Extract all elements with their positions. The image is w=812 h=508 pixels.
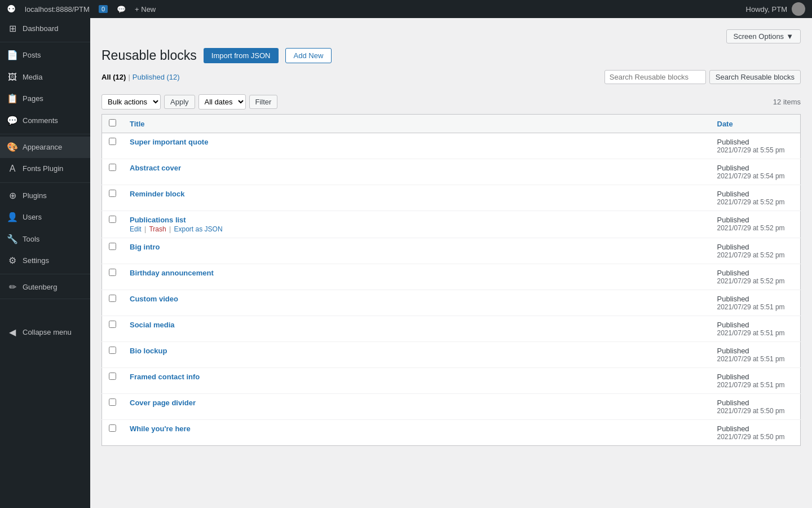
- wp-logo-icon[interactable]: ⚉: [7, 3, 16, 15]
- row-date: 2021/07/29 at 5:52 pm: [717, 198, 794, 206]
- row-title-link[interactable]: Bio lockup: [130, 347, 167, 355]
- comments-count[interactable]: 0: [99, 5, 108, 13]
- sidebar-item-settings[interactable]: ⚙ Settings: [0, 250, 90, 271]
- row-date: 2021/07/29 at 5:52 pm: [717, 277, 794, 285]
- all-dates-select[interactable]: All dates: [198, 94, 246, 110]
- row-title-link[interactable]: Reminder block: [130, 190, 185, 198]
- row-title-link[interactable]: Social media: [130, 321, 174, 329]
- row-checkbox[interactable]: [109, 347, 116, 354]
- sidebar-item-label-pages: Pages: [23, 94, 43, 104]
- page-heading: Reusable blocks Import from JSON Add New: [102, 48, 801, 63]
- row-checkbox[interactable]: [109, 216, 116, 223]
- import-from-json-button[interactable]: Import from JSON: [204, 48, 279, 63]
- table-row: Custom videoPublished2021/07/29 at 5:51 …: [102, 290, 801, 316]
- col-header-title[interactable]: Title: [123, 115, 710, 133]
- collapse-menu[interactable]: ◀ Collapse menu: [0, 322, 90, 343]
- row-title-cell: Publications listEdit | Trash | Export a…: [123, 211, 710, 238]
- row-title-link[interactable]: Cover page divider: [130, 398, 196, 407]
- row-date-cell: Published2021/07/29 at 5:52 pm: [710, 211, 801, 238]
- sidebar-item-gutenberg[interactable]: ✏ Gutenberg: [0, 277, 90, 298]
- row-action-trash[interactable]: Trash: [149, 225, 166, 233]
- row-title-cell: Custom video: [123, 290, 710, 316]
- row-status: Published: [717, 398, 794, 407]
- adminbar-comment-icon[interactable]: 💬: [117, 5, 126, 14]
- row-date: 2021/07/29 at 5:54 pm: [717, 172, 794, 180]
- row-title-link[interactable]: Abstract cover: [130, 164, 181, 172]
- table-row: Social mediaPublished2021/07/29 at 5:51 …: [102, 316, 801, 342]
- sidebar-item-label-fonts-plugin: Fonts Plugin: [23, 164, 63, 174]
- row-checkbox[interactable]: [109, 321, 116, 328]
- row-title-link[interactable]: Birthday announcement: [130, 269, 214, 277]
- table-row: Birthday announcementPublished2021/07/29…: [102, 264, 801, 290]
- sidebar-item-dashboard[interactable]: ⊞ Dashboard: [0, 18, 90, 40]
- search-bar: Search Reusable blocks: [604, 70, 801, 84]
- filter-all-link[interactable]: All (12): [102, 73, 126, 81]
- row-title-link[interactable]: Custom video: [130, 295, 178, 303]
- col-header-date[interactable]: Date: [710, 115, 801, 133]
- table-row: Big introPublished2021/07/29 at 5:52 pm: [102, 238, 801, 264]
- howdy-text: Howdy, PTM: [746, 5, 787, 14]
- reusable-blocks-table: Title Date Super important quotePublishe…: [102, 114, 801, 446]
- search-reusable-blocks-button[interactable]: Search Reusable blocks: [709, 70, 801, 84]
- sidebar-item-comments[interactable]: 💬 Comments: [0, 110, 90, 132]
- select-all-checkbox[interactable]: [109, 119, 116, 126]
- row-status: Published: [717, 373, 794, 381]
- row-action-export[interactable]: Export as JSON: [174, 225, 223, 233]
- row-title-link[interactable]: While you're here: [130, 424, 191, 433]
- row-checkbox[interactable]: [109, 164, 116, 171]
- sidebar-item-label-tools: Tools: [23, 234, 39, 244]
- sidebar-item-fonts-plugin[interactable]: A Fonts Plugin: [0, 158, 90, 179]
- row-status: Published: [717, 216, 794, 224]
- search-input[interactable]: [604, 70, 706, 84]
- row-title-cell: Cover page divider: [123, 394, 710, 420]
- row-checkbox[interactable]: [109, 138, 116, 145]
- site-url[interactable]: localhost:8888/PTM: [25, 5, 90, 14]
- filter-published-link[interactable]: Published (12): [133, 73, 180, 81]
- sidebar-item-pages[interactable]: 📋 Pages: [0, 88, 90, 110]
- chevron-down-icon: ▼: [786, 32, 793, 41]
- filter-button[interactable]: Filter: [249, 95, 278, 109]
- sidebar-item-plugins[interactable]: ⊕ Plugins: [0, 185, 90, 207]
- row-action-edit[interactable]: Edit: [130, 225, 142, 233]
- row-checkbox[interactable]: [109, 243, 116, 250]
- appearance-icon: 🎨: [7, 141, 18, 154]
- row-title-link[interactable]: Publications list: [130, 216, 186, 224]
- sidebar-item-label-users: Users: [23, 212, 42, 222]
- row-title-cell: Framed contact info: [123, 368, 710, 394]
- row-checkbox-cell: [102, 316, 123, 342]
- row-title-link[interactable]: Framed contact info: [130, 373, 200, 381]
- collapse-label: Collapse menu: [23, 327, 72, 338]
- sidebar-item-appearance[interactable]: 🎨 Appearance: [0, 137, 90, 158]
- sidebar-item-posts[interactable]: 📄 Posts: [0, 45, 90, 66]
- row-checkbox[interactable]: [109, 424, 116, 432]
- row-title-cell: Social media: [123, 316, 710, 342]
- row-checkbox[interactable]: [109, 190, 116, 197]
- row-checkbox[interactable]: [109, 269, 116, 276]
- row-checkbox[interactable]: [109, 398, 116, 406]
- row-date-cell: Published2021/07/29 at 5:51 pm: [710, 368, 801, 394]
- screen-options-button[interactable]: Screen Options ▼: [726, 29, 801, 43]
- sidebar-item-tools[interactable]: 🔧 Tools: [0, 229, 90, 250]
- row-checkbox-cell: [102, 238, 123, 264]
- row-checkbox[interactable]: [109, 373, 116, 380]
- row-date: 2021/07/29 at 5:50 pm: [717, 433, 794, 441]
- adminbar-new-item[interactable]: + New: [135, 5, 156, 14]
- table-row: Publications listEdit | Trash | Export a…: [102, 211, 801, 238]
- adminbar-new-label: New: [141, 5, 156, 14]
- sidebar-item-media[interactable]: 🖼 Media: [0, 67, 90, 88]
- filter-published-count: (12): [167, 73, 180, 81]
- avatar[interactable]: [792, 2, 805, 16]
- row-title-cell: Big intro: [123, 238, 710, 264]
- row-date-cell: Published2021/07/29 at 5:51 pm: [710, 342, 801, 368]
- sidebar-item-users[interactable]: 👤 Users: [0, 207, 90, 228]
- add-new-button[interactable]: Add New: [285, 48, 332, 63]
- apply-button[interactable]: Apply: [164, 95, 195, 109]
- row-title-link[interactable]: Big intro: [130, 243, 160, 251]
- row-date-cell: Published2021/07/29 at 5:55 pm: [710, 133, 801, 159]
- row-status: Published: [717, 190, 794, 198]
- row-title-link[interactable]: Super important quote: [130, 138, 208, 146]
- filter-sep: |: [128, 73, 130, 81]
- row-date-cell: Published2021/07/29 at 5:51 pm: [710, 316, 801, 342]
- bulk-actions-select[interactable]: Bulk actions: [102, 94, 161, 110]
- row-checkbox[interactable]: [109, 295, 116, 302]
